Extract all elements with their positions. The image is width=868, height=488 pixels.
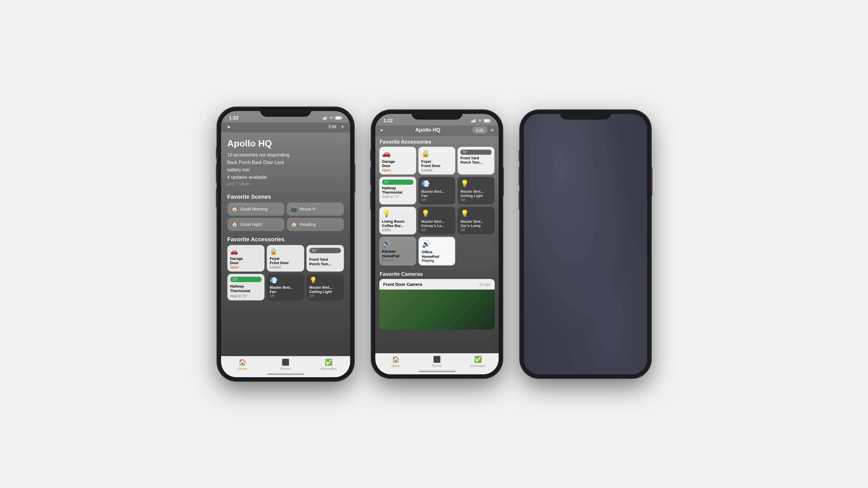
mute-btn-2[interactable] — [370, 150, 371, 161]
scene-night-icon: 🏠 — [231, 221, 238, 228]
front-door-name-1: FoyerFront Door — [270, 256, 301, 265]
scene-good-night[interactable]: 🏠 Good Night — [227, 218, 284, 231]
tab-automation-1[interactable]: ✅ Automation — [307, 359, 350, 370]
tab-home-2[interactable]: 🏠 Home — [375, 356, 416, 367]
p2-ceiling-light[interactable]: 💡 Master Bed...Ceiling Light Off — [458, 177, 494, 204]
acc-front-yard[interactable]: 70° Front YardPorch Tem... — [307, 245, 344, 271]
scene-reading[interactable]: 🏠 Reading — [287, 218, 344, 231]
garage-icon: 🚗 — [230, 248, 262, 255]
phone2-title: Apollo HQ — [415, 127, 440, 133]
camera-preview — [379, 290, 495, 329]
p2-office-homepod[interactable]: 🔊 OfficeHomePod Playing — [418, 237, 455, 266]
edit-btn-2[interactable]: Edit — [472, 127, 488, 134]
accessories-header-1: Favorite Accessories — [221, 233, 350, 245]
p2-kitchen-name: KitchenHomePod — [382, 249, 413, 258]
p2-ceiling-icon: 💡 — [460, 180, 492, 188]
phone1-screen: 1:22 ➤ Edit + Apollo HQ 10 accesso — [221, 111, 350, 377]
p2-zac-lamp[interactable]: 💡 Master Bed...Zac's Lamp Off — [458, 207, 494, 234]
home-label-2: Home — [392, 364, 400, 367]
more-link[interactable]: and 7 More › — [227, 181, 344, 186]
p2-kelcey-lamp[interactable]: 💡 Master Bed...Kelcey's La... Off — [418, 207, 455, 234]
camera-time: 2s ago — [479, 282, 490, 286]
p2-garage-door[interactable]: 🚗 GarageDoor Open — [379, 147, 416, 174]
acc-front-door-1[interactable]: 🔒 FoyerFront Door Locked — [267, 245, 304, 271]
add-btn-2[interactable]: + — [490, 127, 494, 134]
p2-master-fan[interactable]: 💨 Master Bed...Fan Off — [418, 177, 455, 204]
wifi-icon-2 — [477, 119, 482, 123]
hallway-status: Heat to 73° — [230, 294, 262, 298]
home-indicator-2 — [418, 371, 456, 372]
p2-coffee-name: Living RoomCoffee Bar... — [382, 219, 413, 228]
camera-overlay — [379, 290, 495, 329]
wifi-icon-1 — [329, 116, 334, 120]
p2-porch-name: Front YardPorch Tem... — [460, 156, 492, 165]
vol-down-btn-1[interactable] — [216, 189, 217, 207]
tab-home-1[interactable]: 🏠 Home — [221, 359, 264, 370]
p2-front-door[interactable]: 🔒 FoyerFront Door Locked — [418, 147, 455, 174]
camera-card[interactable]: Front Door Camera 2s ago — [379, 279, 495, 329]
p2-front-door-name: FoyerFront Door — [421, 159, 453, 168]
hallway-name: HallwayThermostat — [230, 284, 262, 293]
add-btn-1[interactable]: + — [341, 124, 344, 130]
acc-hallway-thermostat[interactable]: 73° HallwayThermostat Heat to 73° — [227, 274, 265, 300]
power-btn-2[interactable] — [503, 167, 504, 196]
p2-office-name: OfficeHomePod — [422, 250, 452, 259]
alert-3: battery low. — [227, 166, 344, 173]
svg-rect-8 — [472, 120, 473, 123]
edit-btn-1[interactable]: Edit — [329, 124, 337, 129]
tab-rooms-2[interactable]: ⬛ Rooms — [416, 356, 458, 367]
location-icon-2: ➤ — [380, 128, 383, 133]
fan-icon: 💨 — [270, 277, 301, 284]
alert-4: 4 updates available. — [227, 174, 344, 181]
light-icon-1: 💡 — [309, 277, 341, 284]
scene-reading-icon: 🏠 — [291, 221, 297, 228]
signal-icon-1 — [323, 116, 327, 120]
svg-rect-2 — [325, 117, 326, 120]
p2-kelcey-status: Off — [421, 228, 453, 232]
mute-btn-1[interactable] — [216, 147, 217, 159]
mute-btn-3[interactable] — [519, 150, 520, 161]
rooms-tab-label-1: Rooms — [280, 367, 290, 370]
p2-hallway-sub: Heat to 73° — [382, 195, 413, 199]
phone2-screen: 1:22 ➤ Apollo HQ Edit + Favorite Accesso… — [375, 114, 499, 375]
hallway-temp: 73° — [230, 277, 262, 282]
vol-down-btn-3[interactable] — [519, 191, 520, 210]
vol-up-btn-2[interactable] — [370, 167, 371, 186]
p2-coffee-status: 100% — [382, 228, 413, 232]
phone2-content: Favorite Accessories 🚗 GarageDoor Open 🔒… — [375, 136, 499, 345]
hero-alerts: 10 accessories not responding. Back Porc… — [227, 152, 344, 181]
ceiling-light-name: Master Bed...Ceiling Light — [309, 285, 341, 294]
tab-rooms-1[interactable]: ⬛ Rooms — [264, 359, 307, 370]
nav-actions-1: Edit + — [329, 124, 344, 130]
acc-master-fan[interactable]: 💨 Master Bed...Fan Off — [267, 274, 304, 300]
power-btn-1[interactable] — [354, 164, 355, 193]
p2-ceiling-status: Off — [460, 198, 492, 202]
auto-label-2: Automation — [470, 364, 486, 367]
svg-rect-10 — [475, 119, 475, 123]
notch-2 — [411, 110, 463, 120]
acc-garage-door[interactable]: 🚗 GarageDoor Open — [227, 245, 265, 271]
power-btn-3[interactable] — [651, 167, 652, 196]
master-fan-status: Off — [270, 294, 301, 298]
vol-up-btn-3[interactable] — [519, 167, 520, 186]
vol-up-btn-1[interactable] — [216, 164, 217, 183]
scene-good-morning[interactable]: 🏠 Good Morning — [227, 202, 284, 216]
p2-hallway-therm[interactable]: 73° HallwayThermostat Heat to 73° — [379, 177, 416, 204]
p2-kitchen-status: Paused — [382, 258, 413, 262]
tab-auto-2[interactable]: ✅ Automation — [458, 356, 499, 367]
p2-kitchen-homepod[interactable]: 🔊 KitchenHomePod Paused — [379, 237, 416, 266]
p2-hallway-temp-badge: 73° — [382, 180, 413, 185]
scene-movie[interactable]: 🎬 Movie N — [287, 202, 344, 216]
vol-down-btn-2[interactable] — [370, 191, 371, 210]
front-yard-temp: 70° — [309, 248, 341, 253]
p2-coffee-bar[interactable]: 💡 Living RoomCoffee Bar... 100% — [379, 207, 416, 234]
svg-rect-3 — [326, 116, 327, 120]
p2-office-icon: 🔊 — [422, 240, 452, 248]
p2-kitchen-icon: 🔊 — [382, 239, 413, 248]
camera-header: Front Door Camera 2s ago — [379, 279, 495, 290]
p2-ceiling-name: Master Bed...Ceiling Light — [460, 189, 492, 198]
phones-container: 1:22 ➤ Edit + Apollo HQ 10 accesso — [217, 107, 651, 381]
acc-ceiling-light[interactable]: 💡 Master Bed...Ceiling Light Off — [307, 274, 344, 300]
camera-name: Front Door Camera — [383, 282, 423, 287]
p2-porch-temp[interactable]: 70° Front YardPorch Tem... — [458, 147, 494, 174]
